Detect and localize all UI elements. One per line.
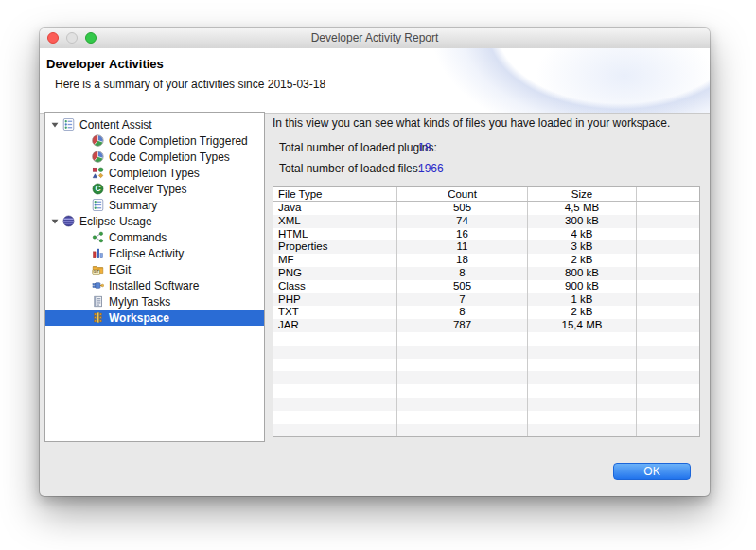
- table-cell: JAR: [273, 319, 397, 332]
- disclosure-triangle-icon[interactable]: [50, 217, 60, 226]
- tree-item-code-completion-triggered[interactable]: Code Completion Triggered: [45, 133, 264, 149]
- tree-item-eclipse-usage[interactable]: Eclipse Usage: [45, 213, 264, 229]
- zoom-button[interactable]: [85, 32, 97, 44]
- table-row[interactable]: PHP71 kB: [273, 293, 699, 307]
- title-bar: Developer Activity Report: [40, 28, 710, 49]
- table-cell: 300 kB: [528, 215, 637, 228]
- table-cell: [637, 306, 699, 319]
- table-cell: 15,4 MB: [528, 319, 637, 332]
- table-empty-row[interactable]: [273, 332, 699, 346]
- table-cell: 787: [397, 319, 528, 332]
- disclosure-triangle-icon[interactable]: [50, 120, 60, 130]
- tree-item-receiver-types[interactable]: CReceiver Types: [45, 181, 264, 197]
- table-row[interactable]: XML74300 kB: [273, 215, 699, 228]
- tree-item-label: Mylyn Tasks: [109, 295, 170, 309]
- table-row[interactable]: HTML164 kB: [273, 228, 699, 241]
- ok-button[interactable]: OK: [613, 463, 691, 480]
- table-cell: [273, 411, 397, 424]
- table-cell: Java: [273, 202, 397, 215]
- table-cell: 1 kB: [528, 293, 637, 307]
- table-cell: 505: [397, 202, 528, 215]
- tree-item-label: Code Completion Triggered: [109, 134, 248, 148]
- table-row[interactable]: Java5054,5 MB: [273, 202, 699, 215]
- tree-item-mylyn-tasks[interactable]: Mylyn Tasks: [45, 293, 264, 310]
- workspace-grid-icon: [92, 311, 104, 324]
- tasks-document-icon: [92, 295, 104, 308]
- table-cell: [397, 371, 528, 384]
- tree-item-label: EGit: [109, 263, 131, 276]
- window-title: Developer Activity Report: [40, 28, 710, 48]
- tree-item-egit[interactable]: GITEGit: [45, 261, 264, 277]
- table-cell: [528, 371, 637, 384]
- close-button[interactable]: [47, 32, 59, 44]
- table-row[interactable]: JAR78715,4 MB: [273, 319, 699, 332]
- tree-item-label: Commands: [109, 231, 167, 244]
- table-cell: 2 kB: [528, 254, 637, 267]
- report-navigation-tree: Content AssistCode Completion TriggeredC…: [44, 112, 265, 442]
- table-cell: 8: [397, 306, 528, 319]
- table-cell: PHP: [273, 293, 397, 307]
- table-cell: [637, 424, 699, 437]
- table-cell: [637, 215, 699, 228]
- table-cell: 800 kB: [528, 267, 637, 280]
- table-cell: 4,5 MB: [528, 202, 637, 215]
- tree-item-completion-types[interactable]: Completion Types: [45, 165, 264, 181]
- tree-item-label: Eclipse Usage: [79, 215, 152, 228]
- total-files-value: 1966: [418, 158, 444, 179]
- svg-text:C: C: [95, 184, 100, 193]
- eclipse-sphere-icon: [62, 215, 75, 227]
- minimize-button[interactable]: [66, 32, 78, 44]
- column-header: Size: [528, 187, 637, 201]
- table-empty-row[interactable]: [273, 424, 699, 437]
- table-empty-row[interactable]: [273, 398, 699, 411]
- table-row[interactable]: TXT82 kB: [273, 306, 699, 319]
- table-empty-row[interactable]: [273, 411, 699, 424]
- table-cell: PNG: [273, 267, 397, 280]
- table-cell: [273, 371, 397, 384]
- table-empty-row[interactable]: [273, 384, 699, 398]
- banner-swoosh-decoration-2: [501, 48, 710, 114]
- table-row[interactable]: MF182 kB: [273, 254, 699, 267]
- table-cell: TXT: [273, 306, 397, 319]
- table-cell: 4 kB: [528, 228, 637, 241]
- traffic-lights: [47, 32, 97, 44]
- view-description: In this view you can see what kinds of f…: [273, 116, 670, 130]
- table-cell: MF: [273, 254, 397, 267]
- tree-item-content-assist[interactable]: Content Assist: [45, 116, 264, 133]
- commands-flow-icon: [92, 231, 104, 243]
- page-title: Developer Activities: [46, 57, 164, 71]
- table-cell: [528, 411, 637, 424]
- total-plugins-row: Total number of loaded plugins: 18: [279, 137, 695, 158]
- table-empty-row[interactable]: [273, 359, 699, 372]
- tree-item-summary[interactable]: Summary: [45, 197, 264, 213]
- table-cell: [273, 346, 397, 359]
- table-cell: [397, 398, 528, 411]
- table-cell: [397, 346, 528, 359]
- receiver-c-icon: C: [92, 183, 104, 195]
- column-header: Count: [397, 187, 528, 201]
- table-cell: [273, 398, 397, 411]
- table-row[interactable]: Class505900 kB: [273, 280, 699, 293]
- table-cell: [637, 293, 699, 307]
- tree-item-label: Workspace: [109, 311, 169, 325]
- file-type-table: File TypeCountSizeJava5054,5 MBXML74300 …: [273, 186, 700, 437]
- summary-list-icon: [62, 118, 75, 131]
- table-cell: [528, 359, 637, 372]
- tree-item-eclipse-activity[interactable]: Eclipse Activity: [45, 245, 264, 261]
- table-cell: 16: [397, 228, 528, 241]
- table-row[interactable]: PNG8800 kB: [273, 267, 699, 280]
- tree-item-label: Summary: [109, 199, 157, 212]
- table-empty-row[interactable]: [273, 346, 699, 359]
- table-cell: [273, 359, 397, 372]
- tree-item-installed-software[interactable]: Installed Software: [45, 277, 264, 293]
- table-cell: [637, 398, 699, 411]
- tree-item-workspace[interactable]: Workspace: [45, 310, 264, 326]
- tree-item-label: Installed Software: [109, 279, 199, 293]
- table-empty-row[interactable]: [273, 371, 699, 384]
- table-cell: Class: [273, 280, 397, 293]
- tree-item-commands[interactable]: Commands: [45, 229, 264, 245]
- tree-item-code-completion-types[interactable]: Code Completion Types: [45, 149, 264, 165]
- plugin-icon: [92, 279, 104, 292]
- table-row[interactable]: Properties113 kB: [273, 240, 699, 254]
- tree-item-label: Completion Types: [109, 167, 200, 180]
